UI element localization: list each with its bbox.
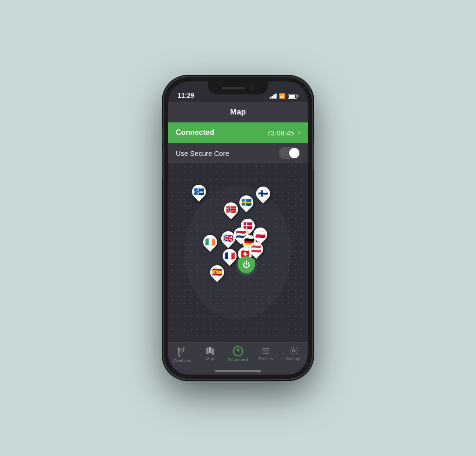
wifi-icon: 📶 [279,93,285,99]
flag-emoji-norway: 🇳🇴 [226,205,236,214]
phone-device: 11:29 📶 Map [164,77,312,379]
app-header: Map [168,102,308,122]
signal-bars [270,94,277,99]
tab-disconnect[interactable]: Disconnect [225,346,251,362]
flag-circle-spain: 🇪🇸 [207,262,227,282]
connected-label: Connected [176,128,214,137]
tab-profiles[interactable]: Profiles [253,346,279,361]
flag-emoji-ireland: 🇮🇪 [205,238,215,246]
flag-emoji-finland: 🇫🇮 [258,189,268,198]
bar1 [270,97,271,99]
map-pin-spain[interactable]: 🇪🇸 [210,265,224,282]
camera [250,86,254,90]
flag-emoji-sweden: 🇸🇪 [241,198,251,207]
connected-banner[interactable]: Connected 73:08:45 › [168,122,308,143]
map-pin-iceland[interactable]: 🇮🇸 [192,185,206,201]
countries-icon: 🏴 [177,346,188,357]
notch [208,81,268,94]
power-button[interactable]: ⏻ [238,256,255,273]
svg-rect-2 [209,347,212,353]
secure-core-toggle[interactable] [279,147,300,159]
status-time: 11:29 [178,92,194,99]
flag-circle-norway: 🇳🇴 [221,200,241,219]
tab-settings[interactable]: Settings [281,346,307,361]
disconnect-label: Disconnect [228,357,249,362]
battery-body [288,94,297,99]
battery-icon [288,94,298,99]
bar2 [271,96,273,99]
profiles-label: Profiles [259,356,273,361]
flag-emoji-iceland: 🇮🇸 [194,188,204,196]
battery-tip [298,95,298,97]
power-icon: ⏻ [243,261,250,269]
connection-timer: 73:08:45 [267,129,294,137]
disconnect-icon [233,346,243,356]
flag-circle-sweden: 🇸🇪 [237,193,256,212]
map-icon [205,346,215,355]
map-pin-sweden[interactable]: 🇸🇪 [239,195,253,212]
flag-emoji-france: 🇫🇷 [225,252,235,260]
home-indicator [215,370,261,372]
tab-map[interactable]: Map [198,346,223,361]
speaker [222,87,245,89]
map-pin-france[interactable]: 🇫🇷 [223,249,237,266]
phone-screen: 11:29 📶 Map [168,81,308,375]
connected-right: 73:08:45 › [267,128,300,137]
tab-countries[interactable]: 🏴 Countries [170,346,195,363]
secure-core-row: Use Secure Core [168,143,308,163]
bar4 [275,94,277,99]
toggle-knob [289,148,299,158]
flag-emoji-austria: 🇦🇹 [251,245,261,253]
map-pin-norway[interactable]: 🇳🇴 [224,202,238,219]
italy-power-group[interactable]: ⏻ Italy [238,256,255,266]
battery-fill [289,95,295,98]
map-label: Map [206,356,214,361]
svg-rect-1 [206,348,209,354]
flag-circle-ireland: 🇮🇪 [200,232,220,251]
settings-icon [289,346,298,355]
map-area: 🇮🇸 🇳🇴 🇸🇪 🇫🇮 [168,163,308,342]
countries-label: Countries [173,358,192,363]
flag-emoji-uk: 🇬🇧 [223,234,233,242]
flag-circle-iceland: 🇮🇸 [189,182,209,201]
map-pin-ireland[interactable]: 🇮🇪 [203,235,217,252]
flag-emoji-poland: 🇵🇱 [255,230,265,239]
status-icons: 📶 [270,93,298,99]
flag-circle-finland: 🇫🇮 [253,184,273,203]
flag-emoji-spain: 🇪🇸 [212,268,222,276]
secure-core-label: Use Secure Core [176,149,229,157]
bar3 [273,94,275,99]
svg-rect-3 [212,349,214,355]
chevron-right-icon: › [298,128,300,137]
map-pin-finland[interactable]: 🇫🇮 [256,187,270,203]
map-pin-uk[interactable]: 🇬🇧 [221,231,235,248]
svg-point-8 [293,350,295,352]
flag-circle-france: 🇫🇷 [220,246,239,266]
profiles-icon [261,346,271,355]
settings-label: Settings [286,356,302,361]
page-title: Map [230,107,246,117]
